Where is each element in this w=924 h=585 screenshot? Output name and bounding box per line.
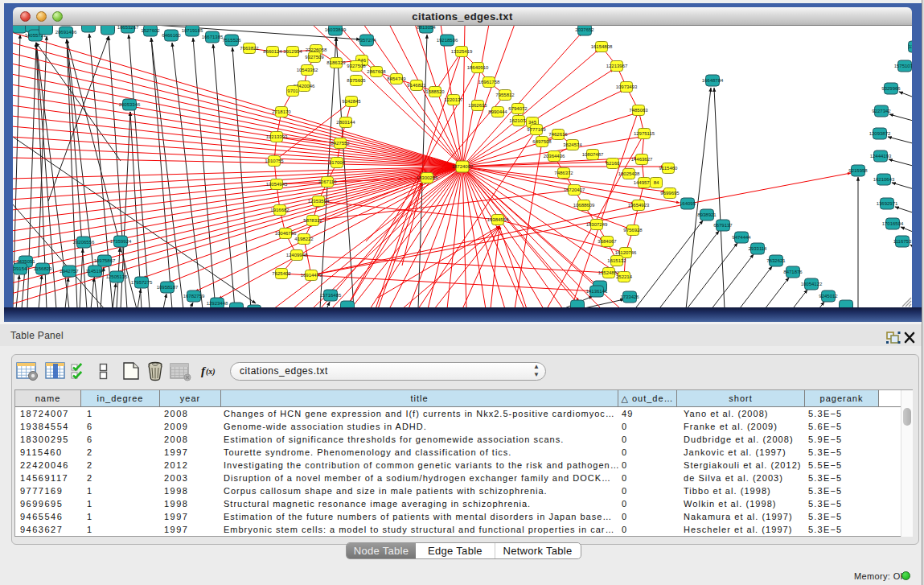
svg-text:8660124: 8660124 xyxy=(263,49,282,54)
svg-text:7955812: 7955812 xyxy=(495,93,515,97)
svg-text:12093872: 12093872 xyxy=(869,131,891,136)
svg-text:2718170: 2718170 xyxy=(272,109,291,114)
svg-text:7462616: 7462616 xyxy=(548,132,568,137)
svg-text:16210643: 16210643 xyxy=(873,177,895,182)
svg-text:2867608: 2867608 xyxy=(367,69,386,74)
svg-text:10688609: 10688609 xyxy=(573,203,595,208)
svg-text:18724007: 18724007 xyxy=(452,164,474,169)
svg-text:10543362: 10543362 xyxy=(297,68,318,72)
svg-text:12923448: 12923448 xyxy=(207,301,228,306)
svg-text:12353594: 12353594 xyxy=(308,199,330,204)
svg-text:5878312: 5878312 xyxy=(303,218,322,223)
svg-text:20206556: 20206556 xyxy=(73,240,95,245)
svg-text:9474444: 9474444 xyxy=(732,235,751,240)
svg-text:252214: 252214 xyxy=(616,274,633,279)
svg-text:9756928: 9756928 xyxy=(623,228,643,233)
svg-text:7485063: 7485063 xyxy=(629,108,648,113)
svg-text:9146821: 9146821 xyxy=(407,83,426,88)
svg-text:16120746: 16120746 xyxy=(615,250,637,255)
svg-text:3624574: 3624574 xyxy=(563,142,582,147)
svg-text:16154808: 16154808 xyxy=(591,44,613,49)
svg-text:9327508: 9327508 xyxy=(347,64,366,68)
svg-text:18307249: 18307249 xyxy=(586,222,608,227)
svg-text:17359924: 17359924 xyxy=(110,239,132,244)
svg-text:12213393: 12213393 xyxy=(266,134,288,139)
svg-text:1527602: 1527602 xyxy=(141,28,160,33)
svg-text:1621072: 1621072 xyxy=(509,118,528,123)
svg-text:1916682: 1916682 xyxy=(270,208,290,212)
svg-text:1145194: 1145194 xyxy=(86,269,105,274)
svg-text:10719185: 10719185 xyxy=(182,28,203,33)
svg-text:19218506: 19218506 xyxy=(437,38,458,43)
svg-text:6466160: 6466160 xyxy=(162,33,181,38)
svg-text:6679137: 6679137 xyxy=(713,223,733,228)
svg-text:8990444: 8990444 xyxy=(488,109,507,114)
svg-text:17016504: 17016504 xyxy=(882,221,904,226)
svg-text:11124: 11124 xyxy=(909,44,912,49)
svg-text:15720407: 15720407 xyxy=(564,187,585,192)
svg-text:20691406: 20691406 xyxy=(55,30,77,35)
svg-text:2037652: 2037652 xyxy=(575,27,594,32)
svg-text:7357274: 7357274 xyxy=(357,38,376,43)
svg-text:1220137: 1220137 xyxy=(444,97,463,102)
svg-text:12505135: 12505135 xyxy=(106,274,128,279)
svg-text:1615132: 1615132 xyxy=(607,258,626,263)
svg-text:7663822: 7663822 xyxy=(240,46,259,51)
svg-text:8375605: 8375605 xyxy=(347,78,366,83)
svg-text:7515526: 7515526 xyxy=(222,38,241,43)
svg-text:16782759: 16782759 xyxy=(183,294,205,299)
svg-text:164095: 164095 xyxy=(680,201,696,206)
svg-text:10025438: 10025438 xyxy=(618,171,640,176)
svg-text:16033809: 16033809 xyxy=(325,27,347,32)
svg-text:10973493: 10973493 xyxy=(616,84,638,89)
svg-text:3684067: 3684067 xyxy=(598,239,617,244)
svg-text:3267110: 3267110 xyxy=(318,179,338,184)
svg-text:9215958: 9215958 xyxy=(848,168,868,173)
svg-text:1588520: 1588520 xyxy=(425,89,445,94)
svg-text:62160: 62160 xyxy=(606,161,620,166)
svg-text:13054945: 13054945 xyxy=(266,182,288,187)
svg-text:1156829: 1156829 xyxy=(34,266,53,271)
svg-text:4198222: 4198222 xyxy=(294,237,314,241)
svg-text:17957275: 17957275 xyxy=(131,280,153,285)
svg-text:8454749: 8454749 xyxy=(387,76,406,81)
svg-text:10653267: 10653267 xyxy=(117,26,139,30)
svg-text:10975867: 10975867 xyxy=(94,258,116,263)
svg-text:8938921: 8938921 xyxy=(697,212,717,217)
svg-text:20053346: 20053346 xyxy=(119,102,141,107)
svg-text:9242845: 9242845 xyxy=(342,99,361,104)
svg-text:13325419: 13325419 xyxy=(451,49,473,54)
svg-text:19654923: 19654923 xyxy=(628,203,650,208)
svg-text:9329966: 9329966 xyxy=(881,86,901,91)
svg-text:18640910: 18640910 xyxy=(467,65,489,70)
svg-text:12444193: 12444193 xyxy=(870,154,892,159)
svg-text:9227342: 9227342 xyxy=(872,109,891,113)
svg-text:2933114: 2933114 xyxy=(749,246,768,251)
svg-text:12975115: 12975115 xyxy=(634,131,655,136)
svg-text:9115460: 9115460 xyxy=(659,166,679,171)
svg-text:10807487: 10807487 xyxy=(582,152,604,157)
svg-text:1116753: 1116753 xyxy=(893,239,912,244)
svg-text:12213967: 12213967 xyxy=(606,64,628,68)
svg-text:9777169: 9777169 xyxy=(527,127,546,132)
svg-text:10046786: 10046786 xyxy=(275,231,297,236)
svg-text:8471876: 8471876 xyxy=(783,270,803,274)
svg-text:8427552: 8427552 xyxy=(331,141,350,146)
svg-text:3912954: 3912954 xyxy=(283,49,302,54)
svg-text:16671385: 16671385 xyxy=(202,35,224,39)
svg-text:417004: 417004 xyxy=(329,160,346,165)
svg-text:12409948: 12409948 xyxy=(286,253,308,257)
svg-text:6497508: 6497508 xyxy=(532,139,552,144)
svg-text:9701: 9701 xyxy=(287,89,298,93)
svg-text:9327509: 9327509 xyxy=(305,55,324,60)
svg-text:1362615: 1362615 xyxy=(468,103,487,108)
svg-text:1010755: 1010755 xyxy=(265,159,284,163)
svg-text:14463627: 14463627 xyxy=(631,157,653,162)
svg-text:7625402: 7625402 xyxy=(272,271,291,276)
svg-text:9699695: 9699695 xyxy=(660,191,680,196)
svg-text:19384554: 19384554 xyxy=(487,217,509,222)
svg-text:20364436: 20364436 xyxy=(544,154,565,159)
svg-text:84: 84 xyxy=(654,180,659,185)
svg-text:8186323: 8186323 xyxy=(326,60,346,65)
svg-text:1733426: 1733426 xyxy=(620,295,639,299)
